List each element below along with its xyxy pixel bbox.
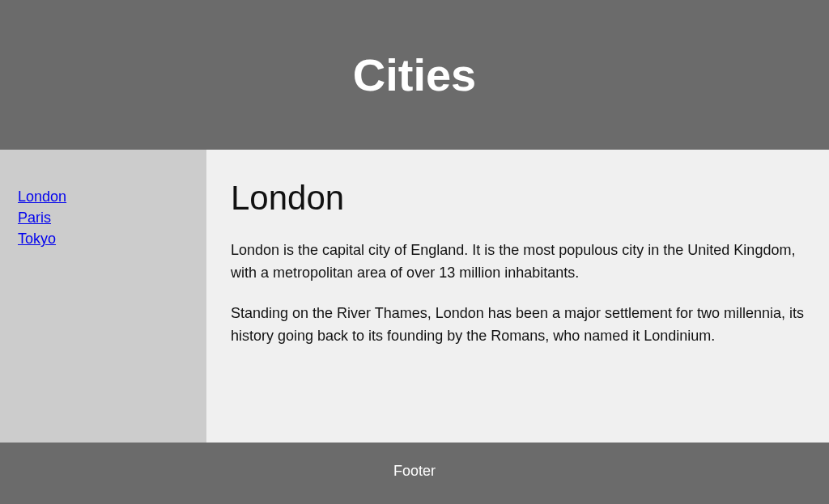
main-row: London Paris Tokyo London London is the … <box>0 150 829 443</box>
article-paragraph: London is the capital city of England. I… <box>231 239 805 284</box>
nav-link-tokyo[interactable]: Tokyo <box>18 228 206 249</box>
footer-text: Footer <box>393 463 436 479</box>
page-title: Cities <box>0 49 829 101</box>
nav-link-london[interactable]: London <box>18 186 206 207</box>
article-content: London London is the capital city of Eng… <box>206 150 829 443</box>
sidebar-nav: London Paris Tokyo <box>0 150 206 443</box>
page-footer: Footer <box>0 443 829 504</box>
article-paragraph: Standing on the River Thames, London has… <box>231 302 805 347</box>
nav-link-paris[interactable]: Paris <box>18 207 206 228</box>
article-title: London <box>231 179 805 218</box>
page-header: Cities <box>0 0 829 150</box>
